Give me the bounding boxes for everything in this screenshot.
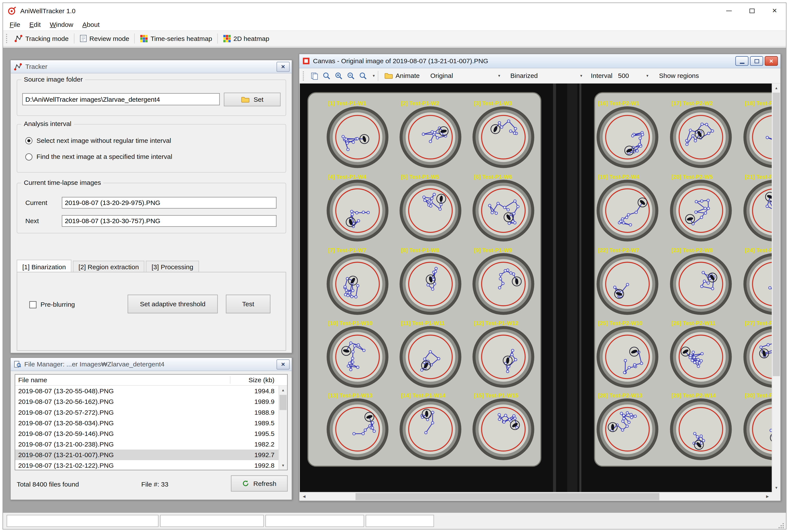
overlay-mode-combo[interactable]: Binarized ▾ [508,70,585,81]
radio-specified-interval[interactable]: Find the next image at a specified time … [25,153,172,160]
scroll-down-button[interactable]: ▼ [772,483,780,492]
tracking-mode-button[interactable]: Tracking mode [11,33,72,44]
file-row[interactable]: 2019-08-07 (13-20-56-162).PNG1989.9 [15,396,279,407]
well-label: [7] Test-P1-W7 [328,247,367,253]
zoom-level-icon[interactable] [357,70,369,81]
interval-combo[interactable]: 500 ▾ [616,70,651,81]
time-series-heatmap-icon [140,34,148,42]
app-root: AniWellTracker 1.0 × File Edit Window Ab… [0,0,789,532]
file-manager-title: File Manager: ...er Images₩Zlarvae_deter… [24,360,164,368]
status-segment [6,515,158,527]
app-titlebar[interactable]: AniWellTracker 1.0 × [3,3,786,18]
file-list-scrollbar[interactable]: ▲ ▼ [279,386,287,470]
tab-region-extraction[interactable]: [2] Region extraction [73,261,145,273]
canvas-horizontal-scrollbar[interactable]: ◀ ▶ [300,492,772,501]
well-label: [26] Test-P2-W11 [672,320,716,326]
2d-heatmap-button[interactable]: 2D heatmap [220,33,273,44]
display-mode-combo[interactable]: Original ▾ [428,70,503,81]
pre-blurring-checkbox[interactable]: Pre-blurring [30,301,75,308]
close-icon: × [769,58,773,64]
canvas-maximize-button[interactable] [750,56,763,66]
scroll-thumb[interactable] [356,493,659,500]
status-segment [366,515,434,527]
canvas-photo[interactable]: [1] Test-P1-W1[2] Test-P1-W2[3] Test-P1-… [300,83,772,492]
scroll-thumb[interactable] [280,395,287,410]
canvas-viewport[interactable]: [1] Test-P1-W1[2] Test-P1-W2[3] Test-P1-… [300,83,772,492]
review-mode-icon [79,34,87,42]
menu-window[interactable]: Window [45,19,78,29]
well-label: [6] Test-P1-W6 [474,174,512,180]
refresh-button[interactable]: Refresh [231,475,288,492]
file-manager-close-button[interactable]: × [277,359,290,369]
file-row[interactable]: 2019-08-07 (13-21-02-122).PNG1992.8 [15,460,279,470]
canvas-vertical-scrollbar[interactable]: ▲ ▼ [772,83,780,492]
well-label: [12] Test-P1-W12 [474,320,518,326]
scroll-up-button[interactable]: ▲ [279,386,287,394]
animate-label: Animate [396,72,420,79]
file-rows: 2019-08-07 (13-20-55-048).PNG1994.82019-… [15,386,279,470]
tool-label: Time-series heatmap [150,35,212,42]
scroll-up-button[interactable]: ▲ [772,83,780,92]
tab-processing[interactable]: [3] Processing [146,261,199,273]
tracker-titlebar[interactable]: Tracker × [11,60,292,73]
zoom-out-icon[interactable] [345,70,356,81]
zoom-fit-icon[interactable] [321,70,332,81]
animate-button[interactable]: Animate [381,70,422,81]
menu-edit[interactable]: Edit [25,19,45,29]
file-size: 1982.2 [230,440,279,448]
menu-about[interactable]: About [78,19,104,29]
set-folder-button[interactable]: Set [224,93,281,106]
scroll-left-button[interactable]: ◀ [300,493,308,501]
canvas-minimize-button[interactable] [735,56,749,66]
scroll-right-button[interactable]: ▶ [763,493,772,501]
file-manager-titlebar[interactable]: File Manager: ...er Images₩Zlarvae_deter… [11,358,292,371]
minimize-button[interactable] [717,3,740,18]
close-button[interactable]: × [763,3,786,18]
tab-binarization[interactable]: [1] Binarization [17,260,72,273]
canvas-toolbar: ▾ Animate Original ▾ Binarized ▾ Interva… [299,69,780,83]
radio-no-interval[interactable]: Select next image without regular time i… [25,137,171,144]
toolbar-separator [378,71,378,81]
time-series-heatmap-button[interactable]: Time-series heatmap [137,33,215,44]
current-file-field[interactable] [62,197,277,209]
column-size[interactable]: Size (kb) [230,376,279,384]
review-mode-button[interactable]: Review mode [76,33,132,44]
file-row[interactable]: 2019-08-07 (13-21-01-007).PNG1992.7 [15,450,279,460]
well-label: [18] Test-P2-W3 [745,100,772,106]
scroll-thumb[interactable] [773,93,780,376]
menu-file[interactable]: File [5,19,25,29]
canvas-close-button[interactable]: × [765,56,778,66]
tracker-close-button[interactable]: × [277,61,290,72]
test-button[interactable]: Test [226,294,270,314]
well-label: [13] Test-P1-W13 [328,393,373,398]
set-adaptive-threshold-button[interactable]: Set adaptive threshold [128,294,218,314]
well-label: [15] Test-P1-W15 [474,393,518,398]
toolbar-separator [134,33,135,43]
file-row[interactable]: 2019-08-07 (13-20-58-034).PNG1989.5 [15,418,279,428]
show-regions-button[interactable]: Show regions [659,72,699,79]
file-row[interactable]: 2019-08-07 (13-20-55-048).PNG1994.8 [15,386,279,396]
file-row[interactable]: 2019-08-07 (13-21-00-238).PNG1982.2 [15,439,279,450]
zoom-in-icon[interactable] [333,70,344,81]
toolbar-separator [74,33,74,43]
resize-grip[interactable] [778,522,785,529]
well-label: [5] Test-P1-W5 [401,174,439,180]
column-file-name[interactable]: File name [15,376,230,384]
scroll-down-button[interactable]: ▼ [279,461,287,470]
status-segment [160,515,264,527]
maximize-button[interactable] [740,3,763,18]
toolbar-grip [6,34,8,43]
copy-icon[interactable] [309,70,320,81]
file-row[interactable]: 2019-08-07 (13-20-59-146).PNG1995.5 [15,428,279,439]
file-name: 2019-08-07 (13-20-57-272).PNG [15,408,230,416]
file-row[interactable]: 2019-08-07 (13-20-57-272).PNG1988.9 [15,407,279,418]
zoom-menu-caret-icon[interactable]: ▾ [373,73,375,78]
well-label: [20] Test-P2-W5 [672,174,713,180]
canvas-titlebar[interactable]: Canvas - Original image of 2019-08-07 (1… [299,54,780,68]
app-icon [7,6,16,15]
file-list-header: File name Size (kb) [15,375,287,386]
source-folder-input[interactable] [22,93,220,105]
file-size: 1992.7 [230,451,279,459]
well-label: [9] Test-P1-W9 [474,247,512,253]
next-file-field[interactable] [62,215,277,227]
